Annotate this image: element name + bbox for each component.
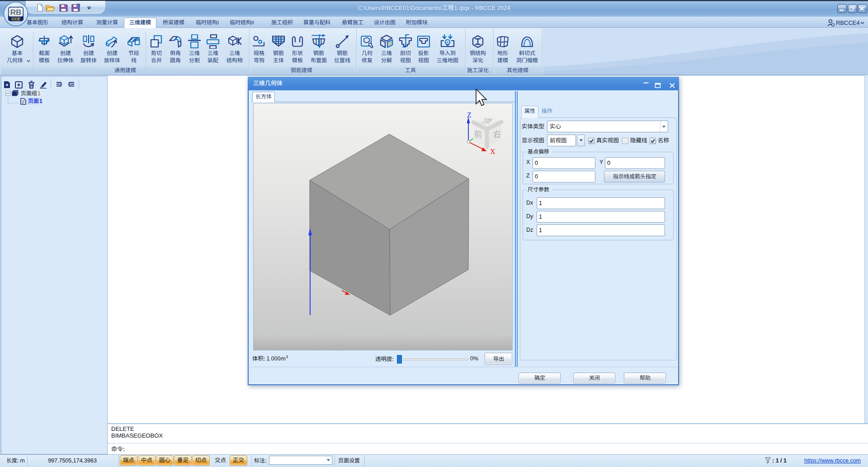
svg-text:CCE: CCE bbox=[11, 17, 20, 21]
svg-text:RB: RB bbox=[10, 8, 22, 17]
